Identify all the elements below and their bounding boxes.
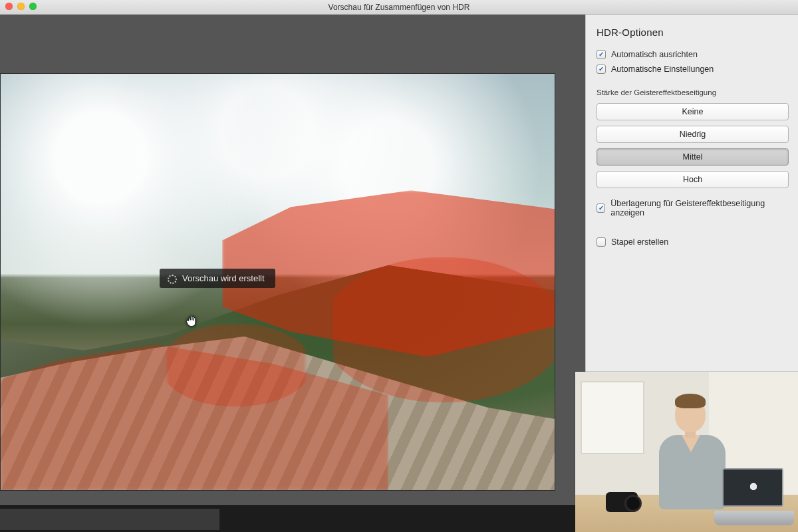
window-controls [5, 3, 37, 10]
apple-logo-icon [749, 483, 758, 493]
create-stack-checkbox-row[interactable]: Stapel erstellen [597, 237, 789, 247]
show-overlay-label: Überlagerung für Geistereffektbeseitigun… [610, 199, 789, 217]
hdr-preview-canvas[interactable] [0, 73, 555, 491]
checkbox-icon[interactable] [597, 65, 606, 74]
hand-grab-cursor-icon [185, 314, 198, 329]
create-stack-label: Stapel erstellen [611, 237, 668, 247]
window-titlebar: Vorschau für Zusammenfügen von HDR [0, 0, 798, 15]
show-overlay-checkbox-row[interactable]: Überlagerung für Geistereffektbeseitigun… [597, 199, 789, 217]
preview-loading-toast: Vorschau wird erstellt [160, 269, 275, 288]
webcam-laptop-prop [714, 468, 794, 525]
loading-text: Vorschau wird erstellt [182, 273, 265, 283]
panel-title: HDR-Optionen [597, 27, 789, 38]
window-title: Vorschau für Zusammenfügen von HDR [329, 3, 470, 12]
deghost-high-button[interactable]: Hoch [597, 171, 789, 188]
deghost-low-button[interactable]: Niedrig [597, 126, 789, 143]
deghost-amount-group: Keine Niedrig Mittel Hoch [597, 103, 789, 188]
auto-align-label: Automatisch ausrichten [611, 50, 698, 59]
checkbox-icon[interactable] [597, 50, 606, 59]
preview-pane: Vorschau wird erstellt [0, 15, 585, 532]
deghost-section-label: Stärke der Geistereffektbeseitigung [597, 88, 789, 96]
spinner-icon [168, 275, 177, 284]
close-window-button[interactable] [5, 3, 13, 10]
auto-settings-checkbox-row[interactable]: Automatische Einstellungen [597, 65, 789, 74]
deghost-medium-button[interactable]: Mittel [597, 148, 789, 166]
presenter-webcam-overlay [575, 372, 798, 532]
zoom-window-button[interactable] [29, 3, 37, 10]
checkbox-icon[interactable] [597, 237, 606, 247]
webcam-whiteboard [581, 381, 644, 454]
filmstrip-bar[interactable] [0, 505, 585, 532]
minimize-window-button[interactable] [17, 3, 25, 10]
auto-settings-label: Automatische Einstellungen [611, 65, 714, 74]
deghost-none-button[interactable]: Keine [597, 103, 789, 120]
webcam-dslr-prop [606, 492, 638, 512]
auto-align-checkbox-row[interactable]: Automatisch ausrichten [597, 50, 789, 59]
checkbox-icon[interactable] [597, 203, 605, 213]
